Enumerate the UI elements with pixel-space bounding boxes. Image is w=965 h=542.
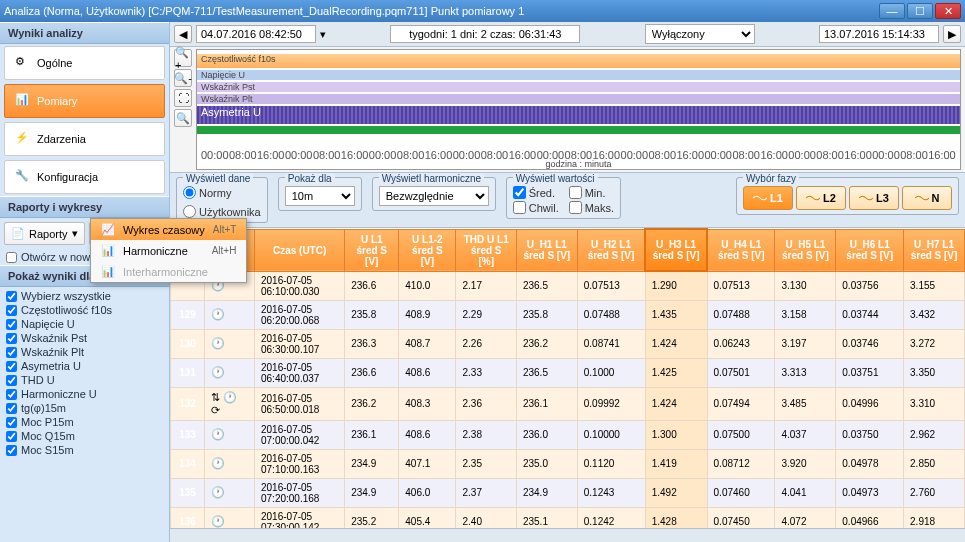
track-asymmetry: Asymetria U	[197, 106, 960, 124]
sidebar-label: Pomiary	[37, 95, 77, 107]
filter-checkbox[interactable]	[6, 333, 17, 344]
zoom-out-button[interactable]: 🔍-	[174, 69, 192, 87]
col-header[interactable]: U_H4 L1 śred S [V]	[707, 229, 775, 271]
sidebar-item-events[interactable]: ⚡ Zdarzenia	[4, 122, 165, 156]
chart-icon: 📊	[15, 93, 31, 109]
phase-group-title: Wybór fazy	[743, 173, 799, 184]
maximize-button[interactable]: ☐	[907, 3, 933, 19]
filter-label: Napięcie U	[21, 318, 75, 330]
chk-max[interactable]	[569, 201, 582, 214]
filter-checkbox[interactable]	[6, 291, 17, 302]
minimize-button[interactable]: —	[879, 3, 905, 19]
nav-right-button[interactable]: ▶	[943, 25, 961, 43]
status-bar	[170, 528, 965, 542]
date-from-input[interactable]	[196, 25, 316, 43]
table-row[interactable]: 131🕐2016-07-05 06:40:00.037236.6408.62.3…	[171, 358, 965, 387]
table-row[interactable]: 132⇅ 🕐 ⟳2016-07-05 06:50:00.018236.2408.…	[171, 387, 965, 420]
clock-icon: 🕐	[211, 515, 225, 527]
phase-n-button[interactable]: N	[902, 186, 952, 210]
filter-label: Harmoniczne U	[21, 388, 97, 400]
mode-select[interactable]: Wyłączony	[645, 24, 755, 44]
table-row[interactable]: 136🕐2016-07-05 07:30:00.142235.2405.42.4…	[171, 507, 965, 528]
filter-checkbox[interactable]	[6, 319, 17, 330]
bars-icon: 📊	[101, 244, 115, 257]
nav-left-button[interactable]: ◀	[174, 25, 192, 43]
sidebar-item-measurements[interactable]: 📊 Pomiary	[4, 84, 165, 118]
chk-min[interactable]	[569, 186, 582, 199]
bars-icon: 📊	[101, 265, 115, 278]
sidebar-label: Konfiguracja	[37, 171, 98, 183]
radio-norms[interactable]	[183, 186, 196, 199]
harmonics-select[interactable]: Bezwzględnie	[379, 186, 489, 206]
clock-icon: 🕐	[223, 391, 237, 403]
results-panel-header: Wyniki analizy	[0, 22, 169, 44]
show-for-group-title: Pokaż dla	[285, 173, 335, 184]
sidebar-item-config[interactable]: 🔧 Konfiguracja	[4, 160, 165, 194]
timeline-canvas[interactable]: Częstotliwość f10s Napięcie U Wskaźnik P…	[196, 49, 961, 170]
reports-dropdown[interactable]: 📄 Raporty ▾	[4, 222, 85, 245]
gear-icon: ⚙	[15, 55, 31, 71]
open-new-window-checkbox[interactable]	[6, 252, 17, 263]
track-frequency: Częstotliwość f10s	[197, 54, 960, 68]
col-header[interactable]: Czas (UTC)	[255, 229, 345, 271]
zoom-fit-button[interactable]: ⛶	[174, 89, 192, 107]
data-table: Czas (UTC)U L1 śred S [V]U L1-2 śred S […	[170, 228, 965, 528]
filter-checkbox[interactable]	[6, 375, 17, 386]
zoom-in-button[interactable]: 🔍+	[174, 49, 192, 67]
date-to-input[interactable]	[819, 25, 939, 43]
menu-time-chart[interactable]: 📈 Wykres czasowy Alt+T	[91, 219, 246, 240]
clock-icon: 🕐	[211, 337, 225, 349]
filter-checkbox[interactable]	[6, 389, 17, 400]
chk-avg[interactable]	[513, 186, 526, 199]
filter-label: tg(φ)15m	[21, 402, 66, 414]
col-header[interactable]: U_H7 L1 śred S [V]	[904, 229, 965, 271]
filter-label: THD U	[21, 374, 55, 386]
col-header[interactable]: U_H6 L1 śred S [V]	[836, 229, 904, 271]
menu-harmonics[interactable]: 📊 Harmoniczne Alt+H	[91, 240, 246, 261]
filter-checkbox[interactable]	[6, 431, 17, 442]
table-row[interactable]: 133🕐2016-07-05 07:00:00.042236.1408.62.3…	[171, 420, 965, 449]
phase-l1-button[interactable]: L1	[743, 186, 793, 210]
sidebar-item-general[interactable]: ⚙ Ogólne	[4, 46, 165, 80]
table-row[interactable]: 135🕐2016-07-05 07:20:00.168234.9406.02.3…	[171, 478, 965, 507]
filter-checkbox[interactable]	[6, 347, 17, 358]
reports-label: Raporty	[29, 228, 68, 240]
col-header[interactable]: U_H5 L1 śred S [V]	[775, 229, 836, 271]
radio-user[interactable]	[183, 205, 196, 218]
interval-select[interactable]: 10m	[285, 186, 355, 206]
duration-display	[390, 25, 580, 43]
sync-icon: ⟳	[211, 404, 220, 416]
close-button[interactable]: ✕	[935, 3, 961, 19]
filter-label: Moc Q15m	[21, 430, 75, 442]
chart-icon: 📈	[101, 223, 115, 236]
col-header[interactable]: U L1-2 śred S [V]	[399, 229, 456, 271]
col-header[interactable]: THD U L1 śred S [%]	[456, 229, 516, 271]
values-group-title: Wyświetl wartości	[513, 173, 598, 184]
col-header[interactable]: U L1 śred S [V]	[345, 229, 399, 271]
charts-menu-popup: 📈 Wykres czasowy Alt+T 📊 Harmoniczne Alt…	[90, 218, 247, 283]
sidebar-label: Ogólne	[37, 57, 72, 69]
table-row[interactable]: 🕐2016-07-05 06:10:00.030236.6410.02.1723…	[171, 271, 965, 300]
filter-checkbox[interactable]	[6, 305, 17, 316]
filter-label: Wybierz wszystkie	[21, 290, 111, 302]
col-header[interactable]: U_H2 L1 śred S [V]	[577, 229, 645, 271]
filter-checkbox[interactable]	[6, 417, 17, 428]
window-title: Analiza (Norma, Użytkownik) [C:/PQM-711/…	[4, 5, 879, 17]
phase-l2-button[interactable]: L2	[796, 186, 846, 210]
filter-checkbox[interactable]	[6, 361, 17, 372]
axis-label: godzina : minuta	[545, 159, 611, 169]
phase-l3-button[interactable]: L3	[849, 186, 899, 210]
zoom-reset-button[interactable]: 🔍	[174, 109, 192, 127]
filter-checkbox[interactable]	[6, 403, 17, 414]
col-header[interactable]: U_H3 L1 śred S [V]	[645, 229, 707, 271]
filter-checkbox[interactable]	[6, 445, 17, 456]
spinner-icon[interactable]: ▾	[320, 28, 326, 41]
filter-label: Moc S15m	[21, 444, 74, 456]
table-row[interactable]: 129🕐2016-07-05 06:20:00.068235.8408.92.2…	[171, 300, 965, 329]
col-header[interactable]: U_H1 L1 śred S [V]	[516, 229, 577, 271]
clock-icon: 🕐	[211, 428, 225, 440]
chk-inst[interactable]	[513, 201, 526, 214]
filter-label: Częstotliwość f10s	[21, 304, 112, 316]
table-row[interactable]: 134🕐2016-07-05 07:10:00.163234.9407.12.3…	[171, 449, 965, 478]
table-row[interactable]: 130🕐2016-07-05 06:30:00.107236.3408.72.2…	[171, 329, 965, 358]
